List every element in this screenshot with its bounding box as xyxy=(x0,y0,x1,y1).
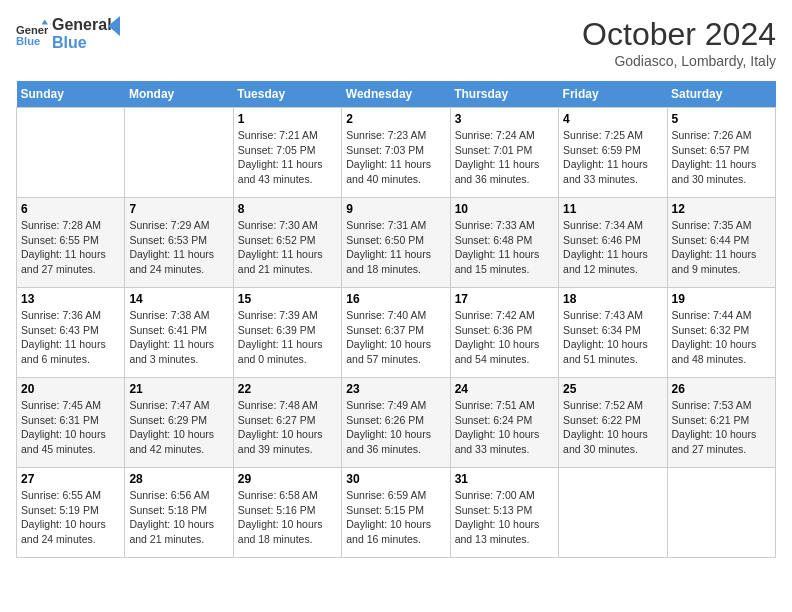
day-number: 7 xyxy=(129,202,228,216)
day-info: Sunrise: 7:00 AMSunset: 5:13 PMDaylight:… xyxy=(455,488,554,547)
calendar-cell: 17Sunrise: 7:42 AMSunset: 6:36 PMDayligh… xyxy=(450,288,558,378)
day-number: 4 xyxy=(563,112,662,126)
calendar-cell: 15Sunrise: 7:39 AMSunset: 6:39 PMDayligh… xyxy=(233,288,341,378)
day-info: Sunrise: 7:42 AMSunset: 6:36 PMDaylight:… xyxy=(455,308,554,367)
day-info: Sunrise: 7:24 AMSunset: 7:01 PMDaylight:… xyxy=(455,128,554,187)
calendar-cell: 3Sunrise: 7:24 AMSunset: 7:01 PMDaylight… xyxy=(450,108,558,198)
day-info: Sunrise: 7:35 AMSunset: 6:44 PMDaylight:… xyxy=(672,218,771,277)
page-header: General Blue General Blue October 2024 G… xyxy=(16,16,776,69)
calendar-week-5: 27Sunrise: 6:55 AMSunset: 5:19 PMDayligh… xyxy=(17,468,776,558)
day-number: 5 xyxy=(672,112,771,126)
day-info: Sunrise: 7:51 AMSunset: 6:24 PMDaylight:… xyxy=(455,398,554,457)
col-header-saturday: Saturday xyxy=(667,81,775,108)
day-number: 3 xyxy=(455,112,554,126)
day-number: 17 xyxy=(455,292,554,306)
logo-text-blue: Blue xyxy=(52,34,112,52)
day-info: Sunrise: 7:26 AMSunset: 6:57 PMDaylight:… xyxy=(672,128,771,187)
svg-marker-3 xyxy=(108,16,120,36)
calendar-cell xyxy=(125,108,233,198)
day-info: Sunrise: 7:23 AMSunset: 7:03 PMDaylight:… xyxy=(346,128,445,187)
day-number: 1 xyxy=(238,112,337,126)
day-number: 27 xyxy=(21,472,120,486)
calendar-cell: 24Sunrise: 7:51 AMSunset: 6:24 PMDayligh… xyxy=(450,378,558,468)
calendar-cell: 1Sunrise: 7:21 AMSunset: 7:05 PMDaylight… xyxy=(233,108,341,198)
calendar-cell: 22Sunrise: 7:48 AMSunset: 6:27 PMDayligh… xyxy=(233,378,341,468)
day-info: Sunrise: 7:33 AMSunset: 6:48 PMDaylight:… xyxy=(455,218,554,277)
day-info: Sunrise: 7:36 AMSunset: 6:43 PMDaylight:… xyxy=(21,308,120,367)
logo-arrow-icon xyxy=(108,16,128,36)
day-info: Sunrise: 6:59 AMSunset: 5:15 PMDaylight:… xyxy=(346,488,445,547)
calendar-week-4: 20Sunrise: 7:45 AMSunset: 6:31 PMDayligh… xyxy=(17,378,776,468)
calendar-cell: 25Sunrise: 7:52 AMSunset: 6:22 PMDayligh… xyxy=(559,378,667,468)
day-info: Sunrise: 7:45 AMSunset: 6:31 PMDaylight:… xyxy=(21,398,120,457)
day-info: Sunrise: 7:21 AMSunset: 7:05 PMDaylight:… xyxy=(238,128,337,187)
logo-icon: General Blue xyxy=(16,18,48,50)
calendar-cell: 19Sunrise: 7:44 AMSunset: 6:32 PMDayligh… xyxy=(667,288,775,378)
day-number: 15 xyxy=(238,292,337,306)
day-info: Sunrise: 7:28 AMSunset: 6:55 PMDaylight:… xyxy=(21,218,120,277)
svg-text:Blue: Blue xyxy=(16,35,40,47)
calendar-cell: 11Sunrise: 7:34 AMSunset: 6:46 PMDayligh… xyxy=(559,198,667,288)
day-number: 19 xyxy=(672,292,771,306)
calendar-cell: 9Sunrise: 7:31 AMSunset: 6:50 PMDaylight… xyxy=(342,198,450,288)
day-number: 25 xyxy=(563,382,662,396)
day-info: Sunrise: 7:39 AMSunset: 6:39 PMDaylight:… xyxy=(238,308,337,367)
calendar-week-2: 6Sunrise: 7:28 AMSunset: 6:55 PMDaylight… xyxy=(17,198,776,288)
day-number: 22 xyxy=(238,382,337,396)
calendar-cell: 16Sunrise: 7:40 AMSunset: 6:37 PMDayligh… xyxy=(342,288,450,378)
day-number: 10 xyxy=(455,202,554,216)
calendar-subtitle: Godiasco, Lombardy, Italy xyxy=(582,53,776,69)
day-info: Sunrise: 6:56 AMSunset: 5:18 PMDaylight:… xyxy=(129,488,228,547)
day-info: Sunrise: 7:30 AMSunset: 6:52 PMDaylight:… xyxy=(238,218,337,277)
calendar-cell: 29Sunrise: 6:58 AMSunset: 5:16 PMDayligh… xyxy=(233,468,341,558)
calendar-cell: 7Sunrise: 7:29 AMSunset: 6:53 PMDaylight… xyxy=(125,198,233,288)
logo: General Blue General Blue xyxy=(16,16,128,51)
day-number: 16 xyxy=(346,292,445,306)
day-number: 31 xyxy=(455,472,554,486)
day-info: Sunrise: 7:40 AMSunset: 6:37 PMDaylight:… xyxy=(346,308,445,367)
calendar-cell: 8Sunrise: 7:30 AMSunset: 6:52 PMDaylight… xyxy=(233,198,341,288)
day-info: Sunrise: 7:44 AMSunset: 6:32 PMDaylight:… xyxy=(672,308,771,367)
day-info: Sunrise: 7:52 AMSunset: 6:22 PMDaylight:… xyxy=(563,398,662,457)
calendar-cell: 6Sunrise: 7:28 AMSunset: 6:55 PMDaylight… xyxy=(17,198,125,288)
calendar-cell: 2Sunrise: 7:23 AMSunset: 7:03 PMDaylight… xyxy=(342,108,450,198)
day-number: 11 xyxy=(563,202,662,216)
calendar-week-1: 1Sunrise: 7:21 AMSunset: 7:05 PMDaylight… xyxy=(17,108,776,198)
day-number: 21 xyxy=(129,382,228,396)
calendar-title: October 2024 xyxy=(582,16,776,53)
day-info: Sunrise: 7:48 AMSunset: 6:27 PMDaylight:… xyxy=(238,398,337,457)
day-number: 14 xyxy=(129,292,228,306)
day-info: Sunrise: 7:25 AMSunset: 6:59 PMDaylight:… xyxy=(563,128,662,187)
day-number: 12 xyxy=(672,202,771,216)
calendar-cell: 23Sunrise: 7:49 AMSunset: 6:26 PMDayligh… xyxy=(342,378,450,468)
svg-text:General: General xyxy=(16,24,48,36)
day-number: 23 xyxy=(346,382,445,396)
day-info: Sunrise: 7:53 AMSunset: 6:21 PMDaylight:… xyxy=(672,398,771,457)
calendar-cell: 10Sunrise: 7:33 AMSunset: 6:48 PMDayligh… xyxy=(450,198,558,288)
calendar-cell: 13Sunrise: 7:36 AMSunset: 6:43 PMDayligh… xyxy=(17,288,125,378)
calendar-cell: 14Sunrise: 7:38 AMSunset: 6:41 PMDayligh… xyxy=(125,288,233,378)
calendar-week-3: 13Sunrise: 7:36 AMSunset: 6:43 PMDayligh… xyxy=(17,288,776,378)
day-number: 13 xyxy=(21,292,120,306)
day-number: 2 xyxy=(346,112,445,126)
day-info: Sunrise: 7:38 AMSunset: 6:41 PMDaylight:… xyxy=(129,308,228,367)
day-info: Sunrise: 6:58 AMSunset: 5:16 PMDaylight:… xyxy=(238,488,337,547)
col-header-sunday: Sunday xyxy=(17,81,125,108)
day-number: 29 xyxy=(238,472,337,486)
col-header-tuesday: Tuesday xyxy=(233,81,341,108)
day-number: 24 xyxy=(455,382,554,396)
calendar-cell xyxy=(559,468,667,558)
calendar-cell: 26Sunrise: 7:53 AMSunset: 6:21 PMDayligh… xyxy=(667,378,775,468)
calendar-cell xyxy=(667,468,775,558)
day-number: 8 xyxy=(238,202,337,216)
title-section: October 2024 Godiasco, Lombardy, Italy xyxy=(582,16,776,69)
calendar-cell: 20Sunrise: 7:45 AMSunset: 6:31 PMDayligh… xyxy=(17,378,125,468)
header-row: SundayMondayTuesdayWednesdayThursdayFrid… xyxy=(17,81,776,108)
day-number: 20 xyxy=(21,382,120,396)
calendar-cell: 21Sunrise: 7:47 AMSunset: 6:29 PMDayligh… xyxy=(125,378,233,468)
calendar-cell: 27Sunrise: 6:55 AMSunset: 5:19 PMDayligh… xyxy=(17,468,125,558)
day-info: Sunrise: 7:43 AMSunset: 6:34 PMDaylight:… xyxy=(563,308,662,367)
col-header-monday: Monday xyxy=(125,81,233,108)
calendar-cell: 30Sunrise: 6:59 AMSunset: 5:15 PMDayligh… xyxy=(342,468,450,558)
calendar-cell: 31Sunrise: 7:00 AMSunset: 5:13 PMDayligh… xyxy=(450,468,558,558)
